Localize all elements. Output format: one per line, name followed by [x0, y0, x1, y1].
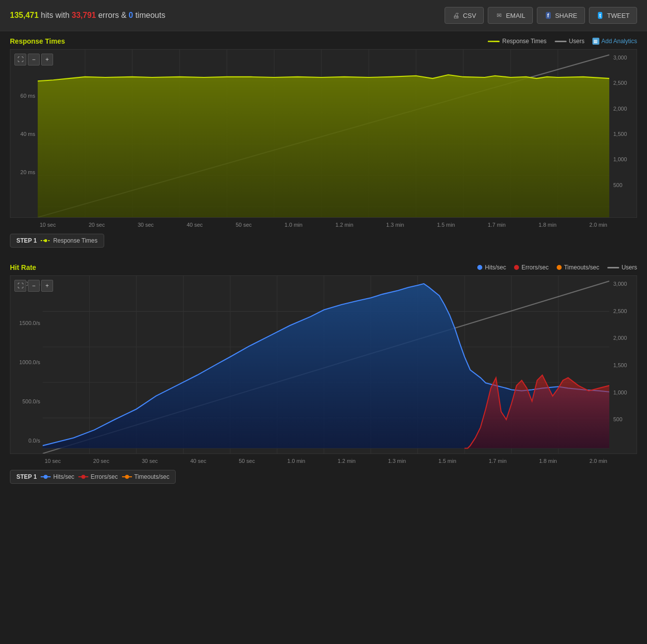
errors-count: 33,791 — [72, 11, 96, 19]
errors-sec-dot — [514, 265, 519, 270]
hit-rate-svg — [43, 276, 609, 453]
add-analytics-button[interactable]: ▦ Add Analytics — [592, 38, 637, 45]
step1-label-hr: STEP 1 — [16, 473, 37, 480]
hits-sec-dot — [477, 265, 482, 270]
response-times-legend: Response Times Users ▦ Add Analytics — [488, 38, 637, 45]
svg-marker-17 — [38, 75, 609, 217]
share-button[interactable]: f SHARE — [537, 7, 585, 24]
twitter-icon: t — [596, 11, 604, 19]
fit-zoom-button-hr[interactable]: ⛶ — [14, 280, 26, 292]
step1-legend-hr: STEP 1 Hits/sec Errors/sec Timeouts/sec — [10, 470, 176, 484]
step1-hits-item: Hits/sec — [41, 473, 74, 480]
users-hr-line-icon — [607, 267, 619, 268]
legend-response-times: Response Times — [488, 38, 546, 45]
zoom-in-button-hr[interactable]: + — [41, 280, 53, 292]
response-times-title: Response Times — [10, 37, 65, 45]
hits-legend-icon — [41, 474, 51, 479]
hit-rate-chart: ⛶ − + 2000.0/s 1500.0/s 1000.0/s 500.0/s… — [10, 275, 637, 454]
errors-label: errors & — [98, 11, 127, 19]
step1-errors-item: Errors/sec — [78, 473, 118, 480]
action-buttons: 🖨 CSV ✉ EMAIL f SHARE t TWEET — [445, 7, 637, 24]
response-times-svg — [38, 50, 609, 217]
response-times-section: Response Times Response Times Users ▦ Ad… — [0, 31, 647, 258]
y-axis-left-hr: 2000.0/s 1500.0/s 1000.0/s 500.0/s 0.0/s — [10, 276, 43, 453]
legend-users-rt: Users — [555, 38, 584, 45]
stats-summary: 135,471 hits with 33,791 errors & 0 time… — [10, 11, 165, 20]
step1-label-rt: STEP 1 — [16, 237, 37, 244]
add-analytics-icon: ▦ — [592, 38, 599, 45]
legend-users-hr: Users — [607, 264, 637, 271]
response-times-line-icon — [488, 41, 500, 42]
hit-rate-title: Hit Rate — [10, 263, 36, 271]
email-icon: ✉ — [495, 11, 503, 19]
svg-point-19 — [44, 239, 47, 242]
zoom-in-button-rt[interactable]: + — [41, 54, 53, 65]
hit-rate-section: Hit Rate Hits/sec Errors/sec Timeouts/se… — [0, 258, 647, 494]
errors-legend-icon — [78, 474, 88, 479]
y-axis-right-hr: 3,000 2,500 2,000 1,500 1,000 500 — [609, 276, 637, 453]
step1-rt-item: Response Times — [41, 237, 97, 244]
top-bar: 135,471 hits with 33,791 errors & 0 time… — [0, 0, 647, 31]
fit-zoom-button-rt[interactable]: ⛶ — [14, 54, 26, 65]
response-times-header: Response Times Response Times Users ▦ Ad… — [10, 37, 637, 45]
x-axis-hr: 10 sec 20 sec 30 sec 40 sec 50 sec 1.0 m… — [10, 456, 637, 466]
timeouts-sec-dot — [557, 265, 562, 270]
timeouts-label: timeouts — [135, 11, 165, 19]
response-times-controls: ⛶ − + — [14, 54, 53, 65]
legend-errors-sec: Errors/sec — [514, 264, 549, 271]
step1-legend-rt: STEP 1 Response Times — [10, 234, 104, 248]
tweet-button[interactable]: t TWEET — [589, 7, 638, 24]
hit-rate-legend: Hits/sec Errors/sec Timeouts/sec Users — [477, 264, 637, 271]
hit-rate-header: Hit Rate Hits/sec Errors/sec Timeouts/se… — [10, 263, 637, 271]
legend-hits-sec: Hits/sec — [477, 264, 506, 271]
response-times-chart: ⛶ − + 80 ms 60 ms 40 ms 20 ms 3,000 2,50… — [10, 49, 637, 218]
csv-button[interactable]: 🖨 CSV — [445, 7, 484, 24]
zoom-out-button-rt[interactable]: − — [28, 54, 40, 65]
users-line-icon — [555, 41, 567, 42]
zoom-out-button-hr[interactable]: − — [28, 280, 40, 292]
y-axis-right-rt: 3,000 2,500 2,000 1,500 1,000 500 — [609, 50, 637, 217]
hits-label: hits with — [41, 11, 69, 19]
csv-icon: 🖨 — [452, 11, 460, 19]
legend-timeouts-sec: Timeouts/sec — [557, 264, 599, 271]
x-axis-rt: 10 sec 20 sec 30 sec 40 sec 50 sec 1.0 m… — [10, 220, 637, 230]
step1-timeouts-item: Timeouts/sec — [122, 473, 170, 480]
timeouts-count: 0 — [129, 11, 133, 19]
facebook-icon: f — [544, 11, 552, 19]
timeouts-legend-icon — [122, 474, 132, 479]
email-button[interactable]: ✉ EMAIL — [488, 7, 533, 24]
hit-rate-controls: ⛶ − + — [14, 280, 53, 292]
rt-legend-line-icon — [41, 238, 51, 243]
y-axis-left-rt: 80 ms 60 ms 40 ms 20 ms — [10, 50, 38, 217]
hits-count: 135,471 — [10, 11, 39, 19]
